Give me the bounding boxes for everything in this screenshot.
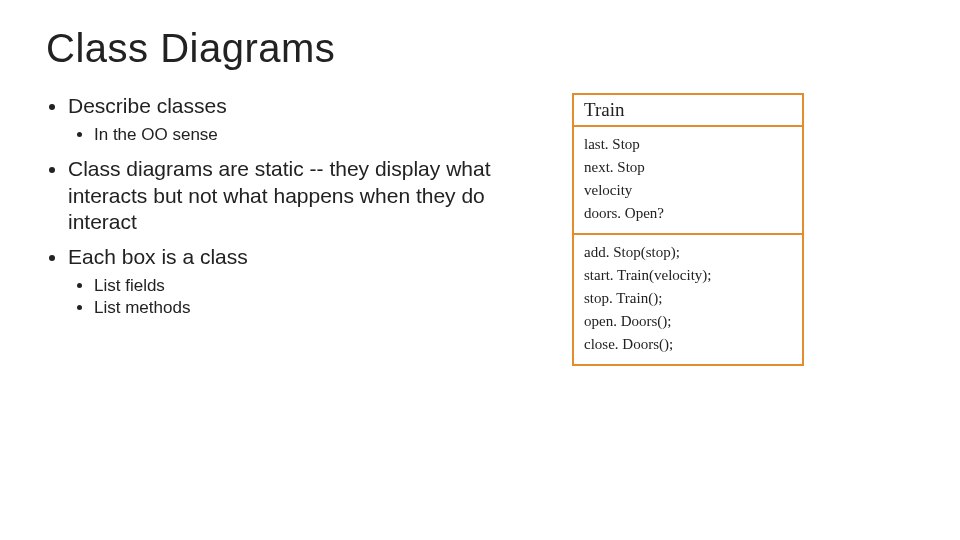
uml-method: close. Doors();: [584, 333, 792, 356]
list-item: List methods: [94, 297, 536, 319]
uml-field: velocity: [584, 179, 792, 202]
uml-methods: add. Stop(stop); start. Train(velocity);…: [574, 235, 802, 364]
uml-method: open. Doors();: [584, 310, 792, 333]
slide-body: Describe classes In the OO sense Class d…: [46, 93, 914, 366]
uml-fields: last. Stop next. Stop velocity doors. Op…: [574, 127, 802, 235]
list-item: In the OO sense: [94, 124, 536, 146]
page-title: Class Diagrams: [46, 26, 914, 71]
content-right: Train last. Stop next. Stop velocity doo…: [572, 93, 804, 366]
bullet-text: Each box is a class: [68, 245, 248, 268]
slide: Class Diagrams Describe classes In the O…: [0, 0, 960, 540]
uml-field: next. Stop: [584, 156, 792, 179]
content-left: Describe classes In the OO sense Class d…: [46, 93, 536, 366]
sub-list: In the OO sense: [68, 124, 536, 146]
bullet-list: Describe classes In the OO sense Class d…: [46, 93, 536, 319]
list-item: List fields: [94, 275, 536, 297]
uml-field: doors. Open?: [584, 202, 792, 225]
uml-class-box: Train last. Stop next. Stop velocity doo…: [572, 93, 804, 366]
uml-class-name: Train: [574, 95, 802, 127]
list-item: Class diagrams are static -- they displa…: [68, 156, 536, 237]
uml-field: last. Stop: [584, 133, 792, 156]
bullet-text: Describe classes: [68, 94, 227, 117]
uml-method: start. Train(velocity);: [584, 264, 792, 287]
list-item: Each box is a class List fields List met…: [68, 244, 536, 318]
list-item: Describe classes In the OO sense: [68, 93, 536, 146]
uml-method: stop. Train();: [584, 287, 792, 310]
sub-list: List fields List methods: [68, 275, 536, 319]
uml-method: add. Stop(stop);: [584, 241, 792, 264]
